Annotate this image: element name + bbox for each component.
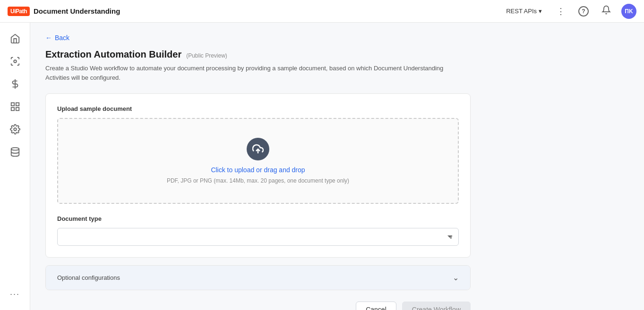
svg-point-6 (14, 128, 17, 131)
logo-area: UiPath Document Understanding (8, 7, 120, 16)
user-avatar[interactable]: ΠΚ (621, 4, 636, 19)
svg-rect-2 (11, 103, 14, 106)
document-type-label: Document type (57, 215, 459, 222)
optional-config-section: Optional configurations ⌄ (45, 265, 471, 290)
cancel-button[interactable]: Cancel (356, 302, 396, 310)
topbar-right: REST APIs ▾ ⋮ ? ΠΚ (502, 4, 636, 19)
back-arrow-icon: ← (45, 34, 52, 42)
form-card: Upload sample document Click to upload o… (45, 93, 471, 258)
upload-hint-text: PDF, JPG or PNG (max. 14Mb, max. 20 page… (167, 177, 349, 184)
app-title: Document Understanding (34, 7, 120, 15)
upload-cta-text: Click to upload or drag and drop (211, 166, 305, 174)
content-area: ← Back Extraction Automation Builder (Pu… (30, 23, 644, 310)
main-wrapper: ··· ← Back Extraction Automation Builder… (0, 23, 644, 310)
uipath-logo: UiPath (8, 7, 30, 16)
optional-config-chevron-icon: ⌄ (453, 273, 459, 282)
sidebar-item-more[interactable]: ··· (5, 284, 26, 304)
svg-point-7 (11, 148, 19, 151)
rest-apis-label: REST APIs (506, 8, 537, 15)
optional-config-header[interactable]: Optional configurations ⌄ (46, 266, 470, 290)
upload-section-label: Upload sample document (57, 105, 459, 112)
action-bar: Cancel Create Workflow (45, 302, 471, 310)
document-type-section: Document type ∨ (57, 215, 459, 246)
more-options-button[interactable]: ⋮ (553, 4, 568, 19)
page-title: Extraction Automation Builder (45, 49, 181, 60)
sidebar-nav: ··· (0, 23, 30, 310)
svg-rect-4 (16, 108, 18, 110)
back-link[interactable]: ← Back (45, 34, 69, 42)
upload-dropzone[interactable]: Click to upload or drag and drop PDF, JP… (57, 118, 459, 204)
create-workflow-button[interactable]: Create Workflow (402, 302, 471, 310)
svg-point-0 (14, 60, 17, 63)
upload-section: Upload sample document Click to upload o… (57, 105, 459, 204)
upload-icon (247, 138, 269, 160)
bell-icon (601, 5, 611, 17)
svg-rect-3 (16, 103, 18, 106)
page-description: Create a Studio Web workflow to automate… (45, 64, 461, 82)
sidebar-item-home[interactable] (5, 28, 26, 49)
more-dots-icon: ··· (10, 289, 20, 299)
help-button[interactable]: ? (576, 4, 591, 19)
sidebar-item-capture[interactable] (5, 51, 26, 72)
chevron-down-icon: ▾ (539, 8, 542, 15)
optional-config-label: Optional configurations (57, 274, 120, 281)
document-type-select-wrapper: ∨ (57, 228, 459, 246)
document-type-select[interactable] (57, 228, 459, 246)
notifications-button[interactable] (599, 4, 614, 19)
topbar: UiPath Document Understanding REST APIs … (0, 0, 644, 23)
page-header: Extraction Automation Builder (Public Pr… (45, 49, 629, 60)
svg-rect-5 (11, 108, 14, 110)
sidebar-item-storage[interactable] (5, 142, 26, 162)
more-icon: ⋮ (557, 6, 565, 17)
sidebar-item-marketplace[interactable] (5, 96, 26, 117)
rest-apis-button[interactable]: REST APIs ▾ (502, 6, 546, 17)
back-label: Back (55, 34, 69, 42)
public-preview-badge: (Public Preview) (186, 52, 227, 59)
help-icon: ? (578, 6, 589, 17)
sidebar-item-settings[interactable] (5, 119, 26, 140)
sidebar-item-billing[interactable] (5, 74, 26, 94)
